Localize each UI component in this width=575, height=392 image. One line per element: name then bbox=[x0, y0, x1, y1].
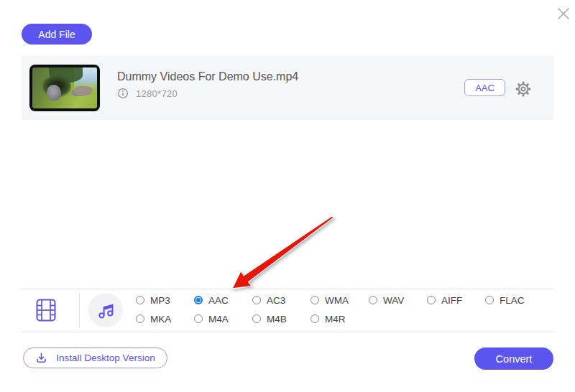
file-row: Dummy Videos For Demo Use.mp4 1280*720 A… bbox=[22, 55, 553, 120]
radio-icon bbox=[194, 314, 203, 323]
radio-icon bbox=[310, 314, 319, 323]
close-icon bbox=[556, 6, 571, 22]
format-option-mp3[interactable]: MP3 bbox=[136, 293, 194, 307]
format-option-aiff[interactable]: AIFF bbox=[427, 293, 485, 307]
output-format-chip[interactable]: AAC bbox=[464, 79, 505, 96]
video-thumbnail bbox=[29, 65, 100, 111]
add-file-label: Add File bbox=[38, 29, 75, 40]
radio-icon bbox=[369, 296, 377, 304]
install-desktop-version-label: Install Desktop Version bbox=[56, 353, 155, 363]
download-icon bbox=[35, 352, 47, 364]
format-option-label: AIFF bbox=[441, 295, 462, 306]
file-meta: 1280*720 bbox=[117, 88, 178, 99]
format-option-m4b[interactable]: M4B bbox=[252, 312, 310, 326]
format-option-label: M4B bbox=[267, 314, 287, 325]
format-option-label: WAV bbox=[383, 295, 404, 306]
radio-selected-icon bbox=[194, 296, 203, 304]
close-button[interactable] bbox=[556, 6, 571, 22]
install-desktop-version-button[interactable]: Install Desktop Version bbox=[23, 347, 167, 368]
film-strip-icon bbox=[36, 299, 56, 322]
add-file-button[interactable]: Add File bbox=[22, 24, 92, 45]
format-bar-bottom-divider bbox=[22, 332, 553, 332]
video-formats-tab[interactable] bbox=[36, 299, 56, 322]
radio-icon bbox=[427, 296, 436, 304]
thumbnail-image bbox=[32, 67, 97, 108]
format-bar-vertical-divider bbox=[79, 292, 80, 328]
format-option-m4a[interactable]: M4A bbox=[194, 312, 252, 326]
radio-icon bbox=[252, 314, 261, 323]
file-name: Dummy Videos For Demo Use.mp4 bbox=[117, 70, 298, 83]
red-arrow-annotation bbox=[223, 208, 345, 298]
convert-label: Convert bbox=[496, 353, 533, 365]
file-resolution: 1280*720 bbox=[136, 88, 178, 99]
audio-formats-tab[interactable] bbox=[88, 293, 123, 327]
format-option-m4r[interactable]: M4R bbox=[310, 312, 369, 326]
radio-icon bbox=[136, 314, 144, 323]
format-option-aac[interactable]: AAC bbox=[194, 293, 252, 307]
convert-button[interactable]: Convert bbox=[474, 347, 553, 370]
format-option-label: WMA bbox=[325, 295, 349, 306]
format-option-wma[interactable]: WMA bbox=[310, 293, 369, 307]
format-option-ac3[interactable]: AC3 bbox=[252, 293, 310, 307]
output-format-chip-label: AAC bbox=[475, 83, 494, 93]
format-option-label: AAC bbox=[208, 295, 229, 306]
format-option-wav[interactable]: WAV bbox=[369, 293, 427, 307]
format-option-label: MP3 bbox=[150, 295, 170, 306]
format-option-label: M4A bbox=[208, 314, 229, 325]
format-option-mka[interactable]: MKA bbox=[136, 312, 194, 326]
gear-icon bbox=[515, 81, 531, 97]
radio-icon bbox=[310, 296, 319, 304]
format-bar-top-divider bbox=[22, 289, 553, 289]
format-option-label: MKA bbox=[150, 314, 171, 325]
info-icon bbox=[117, 88, 129, 99]
radio-icon bbox=[485, 296, 494, 304]
format-option-flac[interactable]: FLAC bbox=[485, 293, 543, 307]
format-option-label: M4R bbox=[325, 314, 346, 325]
format-option-label: FLAC bbox=[500, 295, 525, 306]
settings-button[interactable] bbox=[515, 81, 531, 97]
format-option-label: AC3 bbox=[267, 295, 285, 306]
music-note-icon bbox=[96, 301, 116, 320]
radio-icon bbox=[252, 296, 261, 304]
audio-format-grid: MP3AACAC3WMAWAVAIFFFLACMKAM4AM4BM4R bbox=[136, 293, 549, 326]
radio-icon bbox=[136, 296, 144, 304]
